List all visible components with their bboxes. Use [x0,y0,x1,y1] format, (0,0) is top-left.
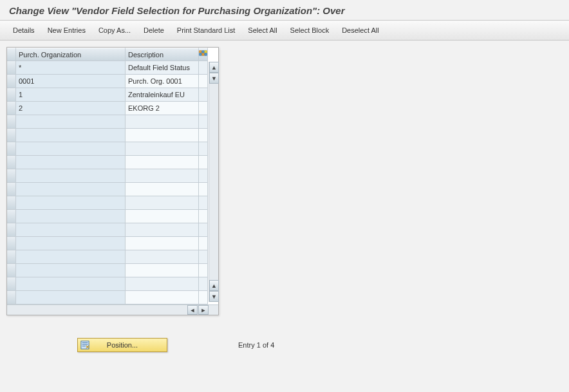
new-entries-button[interactable]: New Entries [41,24,92,36]
cell-org[interactable] [16,142,126,156]
scroll-up-bottom-icon[interactable]: ▲ [209,280,219,291]
row-selector[interactable] [7,291,16,304]
vertical-scrollbar[interactable]: ▲ ▼ ▲ ▼ [209,62,218,302]
scroll-left-icon[interactable]: ◄ [187,305,198,315]
cell-org[interactable] [16,223,126,237]
select-all-button[interactable]: Select All [241,24,283,36]
scroll-up-icon[interactable]: ▲ [209,62,219,73]
cell-org[interactable]: 0001 [16,75,126,88]
column-header-desc[interactable]: Description [126,48,199,61]
svg-rect-6 [81,341,89,349]
cell-org[interactable]: 1 [16,88,126,102]
cell-desc[interactable] [126,237,199,250]
row-end-spacer [199,223,208,237]
row-selector[interactable] [7,277,16,291]
row-end-spacer [199,142,208,156]
svg-rect-4 [202,53,204,55]
row-selector[interactable] [7,169,16,183]
cell-desc[interactable] [126,156,199,169]
cell-org[interactable] [16,291,126,304]
column-header-org[interactable]: Purch. Organization [16,48,126,61]
cell-desc[interactable]: Purch. Org. 0001 [126,75,199,88]
row-selector[interactable] [7,129,16,142]
row-selector[interactable] [7,88,16,102]
row-selector[interactable] [7,250,16,264]
cell-desc[interactable] [126,291,199,304]
svg-rect-2 [205,51,207,53]
cell-org[interactable] [16,183,126,196]
row-selector[interactable] [7,264,16,277]
column-selector-corner[interactable] [7,48,16,61]
cell-org[interactable] [16,169,126,183]
scroll-down-icon[interactable]: ▼ [209,73,219,84]
cell-desc[interactable] [126,277,199,291]
entry-count-label: Entry 1 of 4 [238,341,274,349]
details-button[interactable]: Details [6,24,41,36]
row-end-spacer [199,264,208,277]
cell-org[interactable]: 2 [16,102,126,115]
row-selector[interactable] [7,115,16,129]
cell-org[interactable]: * [16,61,126,75]
row-end-spacer [199,183,208,196]
row-selector[interactable] [7,75,16,88]
row-end-spacer [199,75,208,88]
cell-desc[interactable] [126,250,199,264]
cell-org[interactable] [16,129,126,142]
cell-desc[interactable] [126,115,199,129]
cell-org[interactable] [16,277,126,291]
data-table: Purch. OrganizationDescription*Default F… [6,47,219,315]
cell-org[interactable] [16,196,126,210]
scroll-right-icon[interactable]: ► [198,305,209,315]
row-selector[interactable] [7,223,16,237]
svg-rect-0 [200,51,201,53]
cell-org[interactable] [16,264,126,277]
cell-desc[interactable]: EKORG 2 [126,102,199,115]
row-selector[interactable] [7,183,16,196]
row-end-spacer [199,237,208,250]
cell-desc[interactable] [126,196,199,210]
row-end-spacer [199,277,208,291]
cell-desc[interactable] [126,264,199,277]
row-end-spacer [199,250,208,264]
position-icon [80,341,89,350]
cell-desc[interactable] [126,210,199,223]
cell-org[interactable] [16,237,126,250]
row-selector[interactable] [7,156,16,169]
row-selector[interactable] [7,102,16,115]
cell-org[interactable] [16,210,126,223]
cell-desc[interactable] [126,129,199,142]
cell-org[interactable] [16,115,126,129]
row-end-spacer [199,169,208,183]
deselect-all-button[interactable]: Deselect All [335,24,385,36]
row-selector[interactable] [7,61,16,75]
application-toolbar: Details New Entries Copy As... Delete Pr… [0,20,569,41]
scroll-down-bottom-icon[interactable]: ▼ [209,291,219,302]
cell-org[interactable] [16,156,126,169]
position-button[interactable]: Position... [77,338,167,352]
cell-desc[interactable] [126,169,199,183]
select-block-button[interactable]: Select Block [284,24,336,36]
delete-button[interactable]: Delete [137,24,171,36]
row-selector[interactable] [7,142,16,156]
cell-desc[interactable]: Zentraleinkauf EU [126,88,199,102]
svg-rect-5 [205,53,207,55]
row-end-spacer [199,156,208,169]
copy-as-button[interactable]: Copy As... [92,24,137,36]
print-standard-list-button[interactable]: Print Standard List [171,24,242,36]
cell-org[interactable] [16,250,126,264]
table-settings-icon[interactable] [199,48,208,61]
cell-desc[interactable] [126,183,199,196]
row-end-spacer [199,115,208,129]
row-selector[interactable] [7,237,16,250]
row-selector[interactable] [7,196,16,210]
row-selector[interactable] [7,210,16,223]
cell-desc[interactable] [126,223,199,237]
row-end-spacer [199,210,208,223]
cell-desc[interactable]: Default Field Status [126,61,199,75]
horizontal-scrollbar[interactable]: ◄ ► [7,304,218,315]
row-end-spacer [199,129,208,142]
svg-rect-3 [200,53,201,55]
page-title: Change View "Vendor Field Selection for … [9,5,560,16]
row-end-spacer [199,196,208,210]
cell-desc[interactable] [126,142,199,156]
